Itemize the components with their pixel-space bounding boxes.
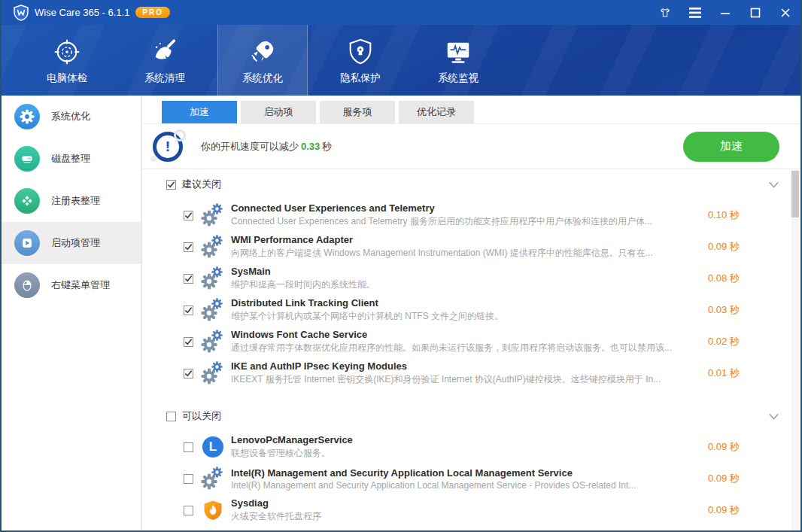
service-boot-time: 0.02 秒 xyxy=(708,335,753,348)
monitor-screen-icon xyxy=(444,36,472,66)
banner-prefix: 你的开机速度可以减少 xyxy=(201,141,299,152)
close-icon[interactable] xyxy=(779,7,791,19)
service-gear-small-icon xyxy=(211,361,223,375)
sidebar-item-0[interactable]: 系统优化 xyxy=(2,96,141,138)
service-row: Sysdiag火绒安全软件托盘程序0.09 秒 xyxy=(184,494,790,526)
top-nav-label: 系统监视 xyxy=(438,71,478,85)
top-nav: 电脑体检系统清理系统优化隐私保护系统监视 xyxy=(2,25,800,96)
top-nav-item-4[interactable]: 系统监视 xyxy=(413,25,503,96)
service-boot-time: 0.10 秒 xyxy=(708,208,753,222)
minimize-icon[interactable] xyxy=(719,7,731,19)
top-nav-label: 隐私保护 xyxy=(340,71,381,85)
service-row: WMI Performance Adapter向网络上的客户端提供 Window… xyxy=(184,231,790,263)
banner-unit: 秒 xyxy=(322,141,332,152)
service-row: SysMain维护和提高一段时间内的系统性能。0.08 秒 xyxy=(184,263,790,294)
service-checkbox[interactable] xyxy=(184,306,193,315)
tab-3[interactable]: 优化记录 xyxy=(399,101,474,123)
group-checkbox[interactable] xyxy=(166,180,176,190)
tuneup-rocket-icon xyxy=(248,36,277,66)
sidebar-item-2[interactable]: 注册表整理 xyxy=(2,180,141,222)
sidebar-item-label: 系统优化 xyxy=(51,110,90,123)
group-header-0: 建议关闭 xyxy=(166,169,790,199)
service-checkbox[interactable] xyxy=(184,442,193,452)
theme-shirt-icon[interactable] xyxy=(659,7,671,19)
service-boot-time: 0.08 秒 xyxy=(708,272,753,285)
service-gear-small-icon xyxy=(211,298,223,312)
service-description: Intel(R) Management and Security Applica… xyxy=(231,480,708,491)
lenovo-icon: L xyxy=(202,436,223,458)
top-nav-item-2[interactable]: 系统优化 xyxy=(217,25,308,96)
service-name: Connected User Experiences and Telemetry xyxy=(231,202,708,214)
service-gear-small-icon xyxy=(211,203,223,217)
service-gear-small-icon xyxy=(211,330,223,344)
sidebar-item-3[interactable]: 启动项管理 xyxy=(2,222,141,264)
speed-up-button[interactable]: 加速 xyxy=(683,132,779,162)
service-checkbox[interactable] xyxy=(184,369,193,378)
service-name: Windows Font Cache Service xyxy=(231,329,708,340)
service-description: 火绒安全软件托盘程序 xyxy=(231,510,708,523)
top-nav-item-1[interactable]: 系统清理 xyxy=(120,25,210,96)
startup-icon xyxy=(14,230,40,256)
service-checkbox[interactable] xyxy=(184,211,193,220)
service-gear-small-icon xyxy=(211,235,223,249)
service-row: IKE and AuthIP IPsec Keying ModulesIKEEX… xyxy=(184,357,790,389)
alert-icon: ! xyxy=(153,132,183,162)
huorong-shield-icon xyxy=(202,500,223,521)
service-boot-time: 0.09 秒 xyxy=(708,440,753,454)
top-nav-item-3[interactable]: 隐私保护 xyxy=(315,25,406,96)
sidebar-item-1[interactable]: 磁盘整理 xyxy=(2,138,141,180)
service-list-area: 建议关闭Connected User Experiences and Telem… xyxy=(142,169,800,530)
tab-1[interactable]: 启动项 xyxy=(241,101,316,123)
service-description: 联想设备管理核心服务。 xyxy=(231,447,708,460)
scrollbar-thumb[interactable] xyxy=(791,171,799,217)
service-boot-time: 0.03 秒 xyxy=(708,303,753,317)
group-label: 可以关闭 xyxy=(182,409,221,423)
service-description: Connected User Experiences and Telemetry… xyxy=(231,215,708,228)
group-checkbox[interactable] xyxy=(166,412,176,421)
service-checkbox[interactable] xyxy=(184,337,193,347)
service-description: 通过缓存常用字体数据优化应用程序的性能。如果尚未运行该服务，则应用程序将启动该服… xyxy=(231,342,708,354)
group-label: 建议关闭 xyxy=(182,178,221,191)
menu-icon[interactable] xyxy=(689,7,701,19)
sidebar-item-label: 右键菜单管理 xyxy=(51,278,110,292)
chevron-down-icon[interactable] xyxy=(767,410,780,426)
registry-icon xyxy=(14,188,40,214)
sidebar-item-4[interactable]: 右键菜单管理 xyxy=(2,264,141,306)
window-controls xyxy=(659,7,791,19)
checkup-radar-icon xyxy=(53,36,81,66)
service-boot-time: 0.09 秒 xyxy=(708,472,753,485)
service-name: SysMain xyxy=(231,266,708,277)
service-boot-time: 0.09 秒 xyxy=(708,240,753,254)
pro-badge: PRO xyxy=(135,7,170,18)
tab-0[interactable]: 加速 xyxy=(162,101,237,123)
tab-strip: 加速启动项服务项优化记录 xyxy=(142,96,800,124)
chevron-down-icon[interactable] xyxy=(767,178,780,194)
service-name: WMI Performance Adapter xyxy=(231,234,708,245)
scrollbar-track[interactable] xyxy=(791,170,799,530)
tab-2[interactable]: 服务项 xyxy=(320,101,395,123)
mouse-icon xyxy=(14,272,40,298)
service-description: 向网络上的客户端提供 Windows Management Instrument… xyxy=(231,247,708,260)
service-gear-small-icon xyxy=(211,266,223,281)
top-nav-label: 电脑体检 xyxy=(47,71,87,85)
service-boot-time: 0.01 秒 xyxy=(708,366,753,380)
service-checkbox[interactable] xyxy=(184,274,193,284)
sidebar-item-label: 磁盘整理 xyxy=(51,152,90,166)
top-nav-label: 系统优化 xyxy=(242,71,283,85)
sidebar-item-label: 启动项管理 xyxy=(51,236,100,250)
service-name: IKE and AuthIP IPsec Keying Modules xyxy=(231,360,708,372)
service-name: Distributed Link Tracking Client xyxy=(231,297,708,309)
service-boot-time: 0.09 秒 xyxy=(708,503,753,517)
top-nav-item-0[interactable]: 电脑体检 xyxy=(22,25,112,96)
service-checkbox[interactable] xyxy=(184,506,193,515)
service-name: Sysdiag xyxy=(231,497,708,509)
service-description: 维护和提高一段时间内的系统性能。 xyxy=(231,278,708,291)
service-checkbox[interactable] xyxy=(184,242,193,252)
service-name: LenovoPcManagerService xyxy=(231,434,708,445)
service-checkbox[interactable] xyxy=(184,474,193,484)
service-row: Intel(R) Management and Security Applica… xyxy=(184,463,790,494)
maximize-icon[interactable] xyxy=(749,7,761,19)
service-description: 维护某个计算机内或某个网络中的计算机的 NTFS 文件之间的链接。 xyxy=(231,310,708,323)
service-row: Windows Font Cache Service通过缓存常用字体数据优化应用… xyxy=(184,326,790,357)
sidebar: 系统优化磁盘整理注册表整理启动项管理右键菜单管理 xyxy=(2,96,142,530)
